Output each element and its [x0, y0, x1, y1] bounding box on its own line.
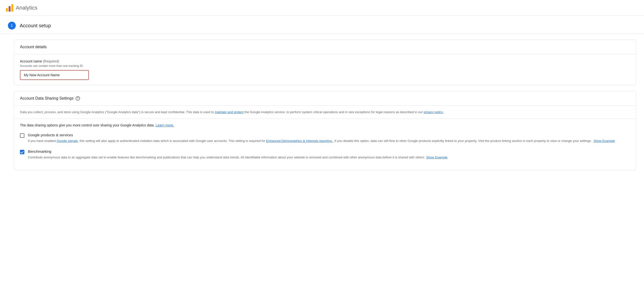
google-products-show-example-link[interactable]: Show Example: [594, 139, 615, 143]
google-products-checkbox[interactable]: [20, 133, 24, 138]
benchmarking-checkbox[interactable]: [20, 150, 24, 154]
step-title: Account setup: [20, 23, 51, 28]
account-details-title: Account details: [20, 45, 47, 49]
google-products-label: Google products & services: [28, 133, 615, 137]
account-details-body: Account name (Required) Accounts can con…: [14, 54, 636, 85]
benchmarking-desc: Contribute anonymous data to an aggregat…: [28, 155, 448, 160]
sharing-intro: The data sharing options give you more c…: [20, 123, 630, 128]
data-sharing-title: Account Data Sharing Settings: [20, 96, 74, 101]
benchmarking-label: Benchmarking: [28, 149, 448, 153]
app-title: Analytics: [16, 5, 38, 11]
logo-bar-1: [6, 8, 8, 11]
help-icon[interactable]: ?: [76, 96, 80, 101]
account-name-hint: Accounts can contain more than one track…: [20, 64, 630, 68]
google-signals-link[interactable]: Google signals,: [56, 139, 79, 143]
benchmarking-item: Benchmarking Contribute anonymous data t…: [20, 149, 630, 160]
main-content: 1 Account setup Account details Account …: [0, 16, 644, 192]
logo-bar-3: [11, 4, 13, 11]
step-badge: 1: [8, 22, 16, 29]
google-products-checkbox-wrapper[interactable]: [20, 133, 24, 138]
data-sharing-card: Account Data Sharing Settings ? Data you…: [14, 91, 636, 170]
data-sharing-header: Account Data Sharing Settings ?: [14, 91, 636, 106]
learn-more-link[interactable]: Learn more.: [156, 123, 174, 127]
google-products-desc: If you have enabled Google signals, this…: [28, 138, 615, 144]
enhanced-demographics-link[interactable]: Enhanced Demographics & Interests report…: [266, 139, 334, 143]
content-area: Account details Account name (Required) …: [0, 34, 644, 182]
logo-bar-2: [8, 6, 10, 11]
google-products-item: Google products & services If you have e…: [20, 133, 630, 144]
account-details-card: Account details Account name (Required) …: [14, 40, 636, 85]
benchmarking-checkbox-wrapper[interactable]: [20, 150, 24, 154]
benchmarking-show-example-link[interactable]: Show Example: [426, 155, 448, 159]
account-details-header: Account details: [14, 40, 636, 54]
account-name-input[interactable]: [20, 70, 89, 80]
sharing-header-row: Account Data Sharing Settings ?: [20, 96, 630, 101]
step-header: 1 Account setup: [0, 16, 644, 34]
google-products-content: Google products & services If you have e…: [28, 133, 615, 144]
app-logo: [6, 4, 13, 11]
maintain-protect-link[interactable]: maintain and protect: [215, 110, 244, 114]
privacy-policy-link[interactable]: privacy policy.: [424, 110, 444, 114]
benchmarking-content: Benchmarking Contribute anonymous data t…: [28, 149, 448, 160]
account-name-required: (Required): [43, 59, 59, 63]
app-header: Analytics: [0, 0, 644, 16]
sharing-body: The data sharing options give you more c…: [14, 119, 636, 170]
account-name-label: Account name (Required): [20, 59, 630, 63]
sharing-description: Data you collect, process, and store usi…: [14, 106, 636, 119]
